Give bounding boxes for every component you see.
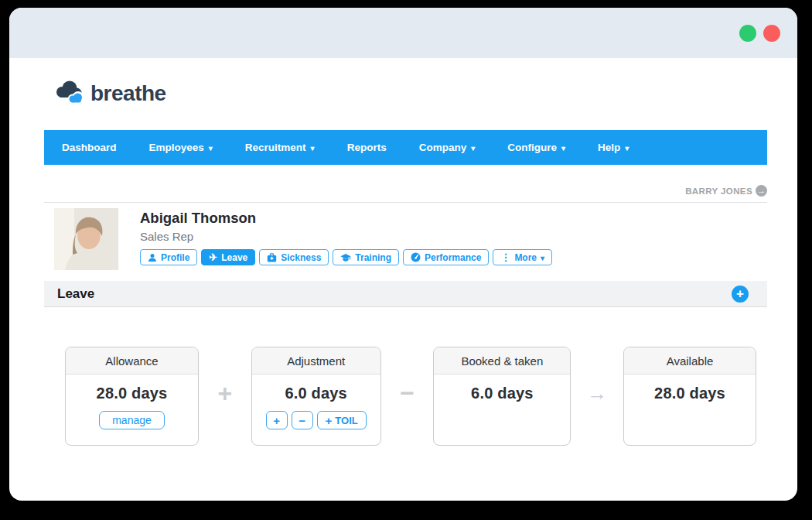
divider xyxy=(44,202,767,203)
available-card: Available 28.0 days xyxy=(623,347,756,446)
current-user-link[interactable]: BARRY JONES → xyxy=(44,185,767,197)
employee-photo xyxy=(54,208,118,270)
allowance-card: Allowance 28.0 days manage xyxy=(65,347,199,446)
employee-name: Abigail Thomson xyxy=(140,210,552,227)
adjustment-value: 6.0 days xyxy=(285,385,347,402)
first-aid-icon xyxy=(267,253,277,262)
employee-header: Abigail Thomson Sales Rep Profile ✈ Leav… xyxy=(44,208,767,270)
nav-item-employees[interactable]: Employees ▾ xyxy=(133,130,229,165)
tab-more[interactable]: ⋮ More ▾ xyxy=(493,249,552,265)
current-user-name: BARRY JONES xyxy=(685,186,752,196)
booked-taken-card: Booked & taken 6.0 days xyxy=(433,347,571,446)
available-card-title: Available xyxy=(624,347,756,375)
nav-item-dashboard[interactable]: Dashboard xyxy=(46,130,133,165)
adjustment-card-title: Adjustment xyxy=(252,347,380,375)
window-control-red[interactable] xyxy=(763,25,780,42)
available-value: 28.0 days xyxy=(654,385,725,402)
cloud-logo-icon xyxy=(54,80,87,108)
caret-down-icon: ▾ xyxy=(471,145,475,152)
airplane-icon: ✈ xyxy=(209,252,217,262)
tab-performance[interactable]: Performance xyxy=(403,249,489,265)
allowance-value: 28.0 days xyxy=(97,385,168,402)
plus-operator: + xyxy=(199,347,251,446)
caret-down-icon: ▾ xyxy=(561,145,565,152)
tab-profile[interactable]: Profile xyxy=(140,249,197,265)
adjustment-card: Adjustment 6.0 days + − + TOIL xyxy=(251,347,381,446)
add-adjustment-button[interactable]: + xyxy=(266,411,288,429)
tab-training[interactable]: Training xyxy=(333,249,399,265)
allowance-card-title: Allowance xyxy=(66,347,198,375)
window-control-green[interactable] xyxy=(739,25,756,42)
gauge-icon xyxy=(411,252,421,262)
main-nav: Dashboard Employees ▾ Recruitment ▾ Repo… xyxy=(44,130,767,165)
caret-down-icon: ▾ xyxy=(625,145,629,152)
minus-operator: − xyxy=(381,347,434,446)
add-toil-button[interactable]: + TOIL xyxy=(317,411,367,429)
tab-sickness[interactable]: Sickness xyxy=(259,249,329,265)
nav-item-help[interactable]: Help ▾ xyxy=(582,130,645,165)
nav-item-configure[interactable]: Configure ▾ xyxy=(491,130,582,165)
employee-tabs: Profile ✈ Leave xyxy=(140,249,552,265)
booked-taken-value: 6.0 days xyxy=(471,385,534,402)
add-leave-button[interactable]: + xyxy=(732,286,749,303)
nav-item-reports[interactable]: Reports xyxy=(331,130,403,165)
leave-summary: Allowance 28.0 days manage + Adjustment … xyxy=(44,347,767,446)
arrow-right-circle-icon: → xyxy=(756,185,767,197)
caret-down-icon: ▾ xyxy=(311,145,315,152)
tab-leave[interactable]: ✈ Leave xyxy=(201,249,255,265)
brand-name: breathe xyxy=(90,81,166,106)
nav-item-company[interactable]: Company ▾ xyxy=(403,130,492,165)
caret-down-icon: ▾ xyxy=(209,145,213,152)
graduation-cap-icon xyxy=(340,253,351,262)
section-title: Leave xyxy=(57,286,94,302)
vertical-dots-icon: ⋮ xyxy=(500,252,510,262)
leave-section-header: Leave + xyxy=(44,281,767,307)
manage-allowance-button[interactable]: manage xyxy=(99,411,165,429)
booked-taken-card-title: Booked & taken xyxy=(434,347,570,375)
employee-role: Sales Rep xyxy=(140,230,552,243)
brand-logo[interactable]: breathe xyxy=(54,79,797,108)
subtract-adjustment-button[interactable]: − xyxy=(292,411,313,429)
arrow-right-operator: → xyxy=(571,347,623,446)
nav-item-recruitment[interactable]: Recruitment ▾ xyxy=(229,130,331,165)
person-icon xyxy=(148,253,157,262)
plus-icon: + xyxy=(326,414,333,427)
caret-down-icon: ▾ xyxy=(541,255,544,262)
app-window: breathe Dashboard Employees ▾ Recruitmen… xyxy=(9,8,797,501)
window-titlebar xyxy=(9,8,797,58)
